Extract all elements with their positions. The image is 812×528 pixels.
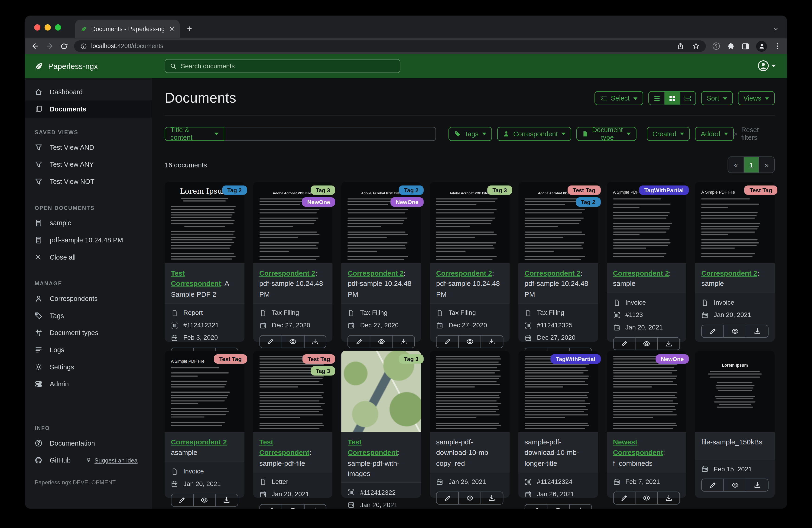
sidebar-item-github[interactable]: GitHubSuggest an idea: [25, 452, 152, 469]
sidebar-item-tags[interactable]: Tags: [25, 307, 152, 324]
tag-badge[interactable]: Tag 3: [487, 186, 512, 195]
browser-profile-avatar[interactable]: [756, 41, 767, 52]
download-button[interactable]: [746, 325, 769, 338]
extensions-puzzle-icon[interactable]: [727, 42, 735, 50]
tag-badge[interactable]: TagWithPartial: [639, 186, 689, 195]
download-button[interactable]: [480, 491, 503, 504]
search-field-select[interactable]: Title & content: [164, 127, 224, 141]
download-button[interactable]: [480, 335, 503, 348]
download-button[interactable]: [746, 479, 769, 491]
address-bar[interactable]: localhost:4200/documents: [74, 40, 706, 52]
view-button[interactable]: [724, 325, 746, 338]
view-button[interactable]: [635, 337, 658, 350]
page-next-button[interactable]: »: [759, 157, 774, 172]
tag-badge[interactable]: Tag 2: [399, 186, 424, 195]
download-button[interactable]: [304, 335, 327, 348]
close-all-button[interactable]: Close all: [25, 249, 152, 266]
correspondent-link[interactable]: Newest Correspondent: [613, 438, 663, 456]
tag-badge[interactable]: Test Tag: [302, 354, 335, 363]
edit-button[interactable]: [613, 337, 636, 350]
download-button[interactable]: [569, 504, 592, 509]
tab-close-icon[interactable]: ✕: [169, 25, 174, 32]
correspondent-link[interactable]: Test Correspondent: [348, 438, 398, 456]
view-button[interactable]: [281, 335, 304, 348]
correspondent-link[interactable]: Correspondent 2: [701, 269, 757, 277]
user-menu[interactable]: [757, 60, 776, 72]
tag-badge[interactable]: Test Tag: [568, 186, 600, 195]
open-document-sample[interactable]: sample: [25, 215, 152, 232]
menu-dots-icon[interactable]: [774, 42, 781, 50]
grid-view-toggle[interactable]: [664, 92, 680, 105]
edit-button[interactable]: [701, 325, 724, 338]
download-button[interactable]: [304, 504, 327, 509]
tag-badge[interactable]: Tag 2: [222, 186, 247, 195]
view-button[interactable]: [193, 494, 216, 506]
site-info-icon[interactable]: [80, 43, 87, 49]
tag-badge[interactable]: NewOne: [302, 197, 335, 206]
edit-button[interactable]: [436, 491, 459, 504]
correspondent-link[interactable]: Correspondent 2: [525, 269, 581, 277]
password-manager-icon[interactable]: [712, 42, 720, 51]
tag-badge[interactable]: NewOne: [656, 354, 689, 363]
back-icon[interactable]: [31, 42, 40, 51]
sidebar-item-dashboard[interactable]: Dashboard: [25, 83, 152, 101]
download-button[interactable]: [657, 337, 680, 350]
correspondent-link[interactable]: Correspondent 2: [348, 269, 404, 277]
tag-badge[interactable]: Test Tag: [744, 186, 778, 195]
correspondent-link[interactable]: Correspondent 2: [259, 269, 315, 277]
edit-button[interactable]: [436, 335, 459, 348]
browser-tab[interactable]: Documents - Paperless-ngx ✕: [75, 20, 180, 38]
share-icon[interactable]: [677, 42, 684, 50]
edit-button[interactable]: [171, 494, 193, 506]
download-button[interactable]: [215, 494, 238, 506]
correspondent-link[interactable]: Correspondent 2: [171, 438, 227, 446]
bookmark-star-icon[interactable]: [693, 42, 700, 50]
view-button[interactable]: [458, 335, 481, 348]
document-thumbnail[interactable]: Lorem ipsum: [695, 351, 774, 432]
reload-icon[interactable]: [60, 42, 68, 50]
tag-badge[interactable]: TagWithPartial: [551, 354, 600, 363]
tab-search-chevron-icon[interactable]: [773, 26, 779, 39]
edit-button[interactable]: [613, 491, 636, 504]
download-button[interactable]: [392, 335, 415, 348]
view-button[interactable]: [458, 491, 481, 504]
download-button[interactable]: [657, 491, 680, 504]
edit-button[interactable]: [701, 479, 724, 491]
new-tab-button[interactable]: +: [187, 24, 192, 38]
edit-button[interactable]: [348, 335, 371, 348]
sidebar-item-test-view-any[interactable]: Test View ANY: [25, 156, 152, 173]
created-filter-button[interactable]: Created: [647, 127, 690, 141]
close-window-button[interactable]: [34, 24, 40, 31]
forward-icon[interactable]: [45, 42, 54, 51]
view-button[interactable]: [370, 335, 393, 348]
page-current-button[interactable]: 1: [744, 157, 759, 172]
edit-button[interactable]: [259, 504, 282, 509]
document-title-text[interactable]: file-sample_150kBs: [701, 438, 762, 446]
list-view-toggle[interactable]: [649, 92, 664, 105]
filter-text-input[interactable]: [224, 127, 436, 141]
view-button[interactable]: [635, 491, 658, 504]
document-type-filter-button[interactable]: Document type: [576, 127, 636, 141]
tags-filter-button[interactable]: Tags: [448, 127, 492, 141]
page-prev-button[interactable]: «: [728, 157, 744, 172]
global-search-input[interactable]: Search documents: [164, 59, 400, 73]
sidebar-item-test-view-and[interactable]: Test View AND: [25, 139, 152, 156]
correspondent-link[interactable]: Correspondent 2: [613, 269, 669, 277]
tag-badge[interactable]: Tag 3: [399, 354, 424, 363]
sidebar-item-admin[interactable]: Admin: [25, 375, 152, 393]
edit-button[interactable]: [259, 335, 282, 348]
document-thumbnail[interactable]: [430, 351, 509, 432]
sidebar-item-logs[interactable]: Logs: [25, 341, 152, 358]
zoom-window-button[interactable]: [55, 24, 61, 31]
view-button[interactable]: [281, 504, 304, 509]
sidebar-item-test-view-not[interactable]: Test View NOT: [25, 173, 152, 190]
tag-badge[interactable]: Tag 3: [310, 366, 335, 375]
document-title-text[interactable]: sample-pdf-download-10-mb-longer-title: [525, 438, 579, 467]
edit-button[interactable]: [525, 504, 547, 509]
sidebar-item-document-types[interactable]: Document types: [25, 324, 152, 342]
sidebar-item-settings[interactable]: Settings: [25, 358, 152, 376]
sidebar-item-documents[interactable]: Documents: [25, 101, 152, 118]
correspondent-filter-button[interactable]: Correspondent: [497, 127, 571, 141]
correspondent-link[interactable]: Test Correspondent: [259, 438, 309, 456]
tag-badge[interactable]: Tag 3: [310, 186, 335, 195]
